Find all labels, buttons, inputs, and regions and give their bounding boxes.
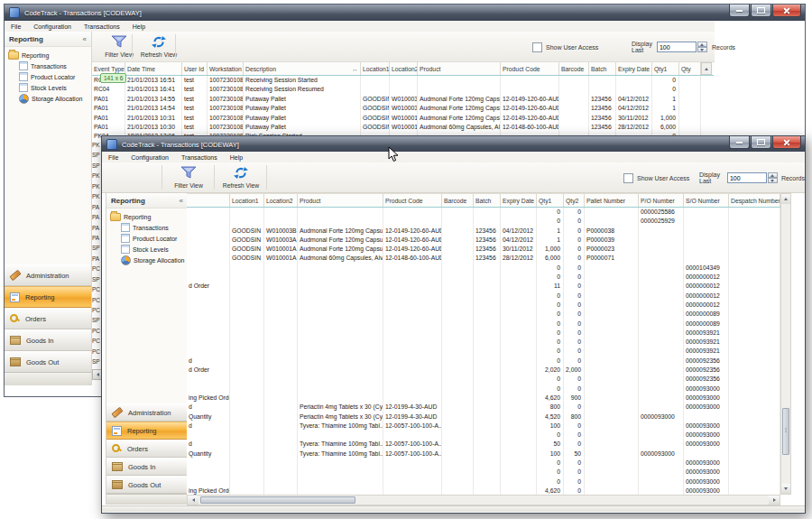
table-row[interactable]: RC04 21/01/2013 16:41 test 1007230108 Re… bbox=[92, 85, 714, 94]
column-header[interactable]: Barcode bbox=[559, 62, 589, 75]
sidebar-header[interactable]: Reporting « bbox=[106, 193, 188, 209]
table-row[interactable]: PA01 21/01/2013 10:31 test 1007230108 Pu… bbox=[92, 114, 714, 123]
column-header[interactable]: Description↔ bbox=[244, 62, 361, 75]
column-header[interactable]: Product bbox=[418, 62, 501, 75]
table-row[interactable]: d Tyvera: Thiamine 100mg Tabl... 12-0057… bbox=[187, 440, 780, 449]
menu-item[interactable]: Transactions bbox=[78, 23, 126, 30]
table-row[interactable]: GOODSIN W010003A Audmonal Forte 120mg Ca… bbox=[187, 236, 780, 245]
tree-item[interactable]: Product Locator bbox=[8, 71, 91, 82]
table-row[interactable]: Quantity Periactin 4mg Tablets x 30 (Cy.… bbox=[187, 412, 780, 422]
vertical-scroll-thumb[interactable] bbox=[782, 408, 789, 455]
column-header[interactable]: Location2 bbox=[390, 62, 418, 75]
column-header[interactable]: P/O Number bbox=[639, 194, 684, 207]
column-header[interactable]: Date Time bbox=[125, 62, 182, 75]
column-header[interactable]: Barcode bbox=[442, 194, 474, 207]
scroll-up-button[interactable] bbox=[701, 62, 712, 75]
table-row[interactable]: 0 0 0000000089 bbox=[187, 320, 780, 329]
table-row[interactable]: d Order 11 0 0000000012 bbox=[187, 282, 780, 291]
menu-item[interactable]: File bbox=[5, 23, 27, 30]
column-header[interactable]: Batch bbox=[474, 194, 501, 207]
column-header[interactable]: Qty1 bbox=[652, 62, 679, 75]
tree-item[interactable]: Storage Allocation bbox=[8, 93, 91, 104]
column-header[interactable]: Location1 bbox=[230, 194, 264, 207]
table-row[interactable]: 0 0 0000093921 bbox=[187, 329, 780, 338]
column-header[interactable]: Workstation bbox=[208, 62, 244, 75]
title-bar[interactable]: CodeTrack - Transactions [CODEWAY] bbox=[5, 5, 805, 21]
refresh-view-button[interactable]: Refresh View bbox=[217, 164, 264, 190]
table-row[interactable]: 0 0 0000000089 bbox=[187, 310, 780, 319]
display-last-input[interactable] bbox=[657, 42, 697, 52]
table-row[interactable]: 0 0 0000000012 bbox=[187, 301, 780, 310]
table-row[interactable]: 0 0 0000093921 bbox=[187, 338, 780, 347]
table-row[interactable]: d Order 2,020 2,000 0000092356 bbox=[187, 366, 780, 375]
table-row[interactable]: 0 0 0000025586 bbox=[187, 208, 780, 217]
filter-view-button[interactable]: Filter View bbox=[165, 164, 212, 190]
column-header[interactable]: Pallet Number bbox=[585, 194, 639, 207]
table-row[interactable]: Quantity Tyvera: Thiamine 100mg Tabl... … bbox=[187, 449, 780, 459]
column-header[interactable]: Expiry Date bbox=[501, 194, 537, 207]
column-header[interactable]: Location2 bbox=[264, 194, 298, 207]
maximize-button[interactable] bbox=[751, 5, 771, 17]
nav-button[interactable]: Administration bbox=[106, 403, 188, 422]
tree-item[interactable]: Transactions bbox=[8, 60, 91, 71]
tree-item[interactable]: Stock Levels bbox=[110, 244, 188, 255]
column-header[interactable]: Despatch Number bbox=[729, 194, 780, 207]
horizontal-scrollbar[interactable] bbox=[187, 495, 780, 505]
table-row[interactable]: 0 0 0000104349 bbox=[187, 264, 780, 273]
nav-button[interactable]: Reporting bbox=[5, 286, 91, 308]
column-header[interactable]: S/O Number bbox=[684, 194, 729, 207]
column-header[interactable]: Expiry Date bbox=[616, 62, 652, 75]
minimize-button[interactable] bbox=[729, 5, 750, 17]
table-row[interactable]: GOODSIN W010001A Audmonal Forte 120mg Ca… bbox=[187, 245, 780, 254]
nav-button[interactable]: Orders bbox=[5, 308, 91, 329]
tree-root-reporting[interactable]: Reporting bbox=[110, 211, 188, 222]
column-header[interactable]: Batch bbox=[589, 62, 616, 75]
spinner-down-button[interactable] bbox=[697, 47, 707, 52]
title-bar[interactable]: CodeTrack - Transactions [CODEWAY] bbox=[102, 136, 805, 153]
table-row[interactable]: 0 0 0000000012 bbox=[187, 292, 780, 301]
column-resize-icon[interactable]: ↔ bbox=[352, 66, 358, 72]
close-button[interactable] bbox=[772, 136, 801, 149]
table-row[interactable]: PA01 21/01/2013 14:55 test 1007230108 Pu… bbox=[92, 95, 714, 104]
tree-item[interactable]: Product Locator bbox=[110, 233, 188, 244]
table-row[interactable]: ing Picked Order 4,620 900 0000093000 bbox=[187, 394, 780, 403]
table-row[interactable]: RC04 21/01/2013 16:51 test 1007230108 Re… bbox=[92, 76, 714, 85]
nav-button[interactable]: Administration bbox=[5, 264, 91, 286]
tree-root-reporting[interactable]: Reporting bbox=[8, 50, 91, 60]
tree-item[interactable]: Stock Levels bbox=[8, 82, 91, 93]
scroll-right-button[interactable] bbox=[769, 496, 780, 505]
scroll-down-button[interactable] bbox=[781, 484, 790, 494]
column-header[interactable]: Product bbox=[298, 194, 383, 207]
table-row[interactable]: d Tyvera: Thiamine 100mg Tabl... 12-0057… bbox=[187, 422, 780, 431]
table-row[interactable]: PA01 21/01/2013 14:54 test 1007230108 Pu… bbox=[92, 104, 714, 113]
horizontal-scroll-thumb[interactable] bbox=[200, 496, 355, 504]
table-row[interactable]: 0 0 0000093000 bbox=[187, 385, 780, 394]
table-row[interactable]: 0 0 0000093000 bbox=[187, 459, 780, 468]
minimize-button[interactable] bbox=[729, 136, 750, 149]
menu-item[interactable]: Transactions bbox=[175, 154, 224, 161]
table-row[interactable]: 0 0 0000093000 bbox=[187, 468, 780, 477]
tree-item[interactable]: Transactions bbox=[110, 222, 188, 233]
column-header[interactable]: Product Code bbox=[383, 194, 442, 207]
table-row[interactable]: PA01 21/01/2013 10:30 test 1007230108 Pu… bbox=[92, 123, 714, 132]
column-header[interactable]: Qty1 bbox=[537, 194, 564, 207]
scroll-left-button[interactable] bbox=[188, 496, 198, 505]
column-header[interactable]: Qty bbox=[679, 62, 701, 75]
column-header[interactable]: Product Code bbox=[501, 62, 559, 75]
table-row[interactable]: GOODSIN W010001A Audmonal 60mg Capsules,… bbox=[187, 254, 780, 263]
menu-item[interactable]: Help bbox=[224, 154, 249, 161]
menu-item[interactable]: File bbox=[102, 154, 125, 161]
table-row[interactable]: d 0 0 0000092356 bbox=[187, 357, 780, 366]
nav-button[interactable]: Reporting bbox=[106, 422, 188, 440]
table-row[interactable]: 0 0 0000093921 bbox=[187, 347, 780, 356]
spinner-down-button[interactable] bbox=[768, 178, 778, 183]
table-row[interactable]: 0 0 0000093000 bbox=[187, 431, 780, 440]
table-row[interactable]: 0 0 0000025929 bbox=[187, 217, 780, 226]
table-row[interactable]: d Periactin 4mg Tablets x 30 (Cy... 12-0… bbox=[187, 403, 780, 412]
collapse-icon[interactable]: « bbox=[83, 35, 87, 43]
display-last-input[interactable] bbox=[727, 172, 767, 183]
nav-button[interactable]: Orders bbox=[106, 440, 188, 458]
sidebar-header[interactable]: Reporting « bbox=[5, 32, 91, 47]
table-row[interactable]: 0 0 0000092356 bbox=[187, 375, 780, 384]
column-header[interactable]: Qty2 bbox=[564, 194, 585, 207]
